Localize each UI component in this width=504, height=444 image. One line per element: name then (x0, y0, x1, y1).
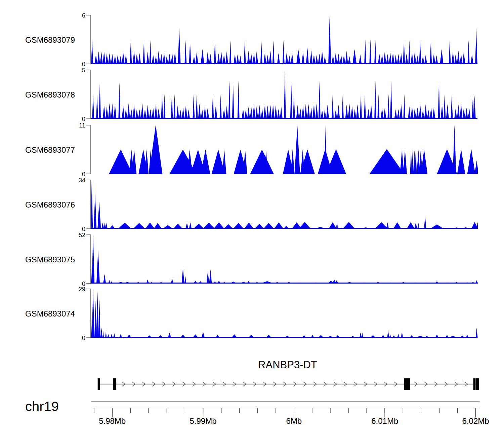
coverage-area (411, 52, 413, 64)
coverage-area (138, 53, 141, 64)
coverage-area (288, 56, 291, 64)
y-axis-zero-label: 0 (82, 116, 85, 122)
coverage-area (165, 56, 168, 64)
coverage-area (111, 334, 113, 338)
coverage-area (430, 224, 444, 229)
coverage-area (173, 95, 175, 119)
coverage-area (387, 330, 389, 338)
coverage-area (214, 40, 216, 64)
coverage-area (207, 271, 209, 284)
coverage-area (457, 51, 460, 64)
coverage-area (233, 223, 244, 229)
coverage-track-GSM6893075: GSM6893075520 (25, 232, 478, 287)
coverage-area (302, 335, 306, 338)
y-axis-max-label: 11 (79, 122, 85, 129)
coverage-area (383, 108, 386, 119)
coverage-area (311, 335, 314, 338)
coverage-area (108, 53, 111, 64)
coverage-area (386, 54, 389, 64)
coverage-area (105, 223, 108, 229)
coverage-area (150, 40, 152, 64)
coverage-area (193, 56, 195, 64)
coverage-area (244, 40, 246, 64)
coverage-area (149, 125, 162, 174)
coverage-area (419, 104, 422, 119)
coverage-area (329, 222, 337, 229)
axis-tick-label: 5.99Mb (190, 416, 217, 426)
coverage-area (247, 51, 250, 64)
coverage-area (255, 106, 258, 119)
coverage-area (453, 125, 456, 174)
coverage-area (163, 225, 173, 229)
coverage-area (405, 53, 408, 64)
coverage-area (111, 281, 113, 284)
coverage-area (145, 223, 155, 229)
track-label: GSM6893074 (25, 309, 75, 318)
coverage-area (179, 110, 182, 119)
coverage-area (342, 95, 344, 119)
coverage-area (367, 109, 370, 119)
coverage-area (345, 105, 348, 119)
coverage-baseline (91, 283, 477, 284)
coverage-area (460, 54, 462, 64)
coverage-area (106, 106, 108, 119)
y-axis-bracket (86, 70, 91, 119)
coverage-area (232, 334, 237, 338)
coverage-area (105, 330, 107, 338)
coverage-area (253, 53, 255, 64)
coverage-area (168, 333, 171, 338)
coverage-area (92, 94, 94, 119)
y-axis-max-label: 34 (79, 177, 85, 184)
coverage-area (196, 95, 198, 119)
coverage-area (460, 335, 464, 338)
coverage-area (92, 235, 94, 284)
coverage-area (432, 53, 435, 64)
coverage-area (216, 335, 220, 338)
coverage-area (255, 224, 264, 229)
coverage-area (133, 50, 135, 64)
axis-tick-label: 6.01Mb (371, 416, 398, 426)
coverage-area (435, 334, 438, 338)
coverage-area (250, 107, 253, 119)
coverage-area (103, 51, 106, 64)
coverage-area (381, 54, 383, 64)
coverage-area (118, 223, 131, 229)
coverage-area (290, 81, 292, 119)
coverage-area (176, 106, 179, 119)
coverage-area (229, 40, 232, 64)
coverage-track-GSM6893074: GSM6893074290 (25, 286, 478, 341)
coverage-area (375, 222, 388, 229)
coverage-area (408, 40, 410, 64)
coverage-data (91, 15, 477, 64)
coverage-area (236, 54, 239, 64)
coverage-area (204, 106, 206, 119)
coverage-area (277, 53, 280, 64)
coverage-area (168, 54, 171, 64)
coverage-area (130, 40, 132, 64)
coverage-area (214, 222, 224, 229)
genome-coverage-figure: GSM689307960GSM689307850GSM6893077110GSM… (0, 0, 504, 444)
coverage-area (336, 335, 340, 338)
coverage-area (127, 103, 130, 119)
coverage-area (217, 281, 221, 284)
coverage-area (269, 51, 272, 64)
coverage-area (119, 56, 122, 64)
coverage-area (467, 149, 475, 174)
coverage-area (194, 224, 204, 229)
coverage-area (295, 125, 300, 174)
coverage-area (91, 40, 93, 64)
gene-name-label: RANBP3-DT (258, 359, 317, 371)
coverage-area (189, 223, 192, 229)
coverage-area (389, 53, 391, 64)
coverage-area (209, 269, 212, 284)
coverage-area (472, 95, 474, 119)
axis-tick-label: 5.98Mb (99, 416, 126, 426)
coverage-area (403, 95, 405, 119)
track-label: GSM6893077 (25, 145, 75, 154)
coverage-area (239, 56, 242, 64)
coverage-area (315, 55, 318, 64)
track-label: GSM6893076 (25, 200, 75, 209)
coverage-area (225, 51, 228, 64)
coverage-area (374, 40, 376, 64)
coverage-area (185, 223, 188, 229)
